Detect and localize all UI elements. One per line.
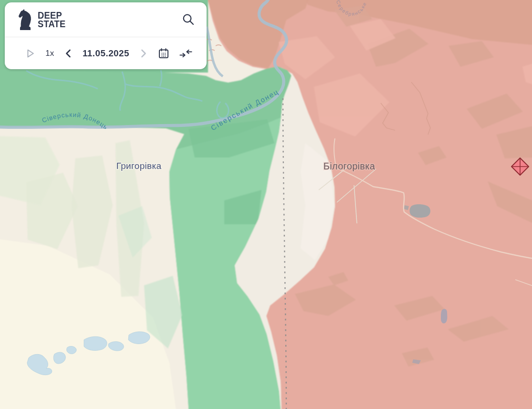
control-panel: DEEP STATE 1x: [5, 2, 207, 69]
chevron-right-icon: [139, 48, 147, 59]
panel-header: DEEP STATE: [5, 2, 207, 37]
search-button[interactable]: [182, 13, 195, 26]
search-icon: [182, 13, 195, 26]
map-canvas[interactable]: Серебрянське Сіверський Донець Сіверськи…: [0, 0, 532, 409]
next-date-button[interactable]: [139, 48, 147, 59]
calendar-button[interactable]: [158, 48, 169, 59]
town-label-hryhorivka: Григорівка: [116, 161, 162, 171]
speed-button[interactable]: 1x: [45, 49, 54, 58]
knight-logo-icon: [17, 9, 33, 31]
date-display[interactable]: 11.05.2025: [83, 48, 129, 59]
prev-date-button[interactable]: [64, 48, 73, 59]
collapse-arrows-icon: [179, 48, 192, 59]
brand-logo[interactable]: DEEP STATE: [17, 9, 68, 31]
brand-name: DEEP STATE: [38, 11, 66, 28]
play-icon: [25, 48, 35, 59]
play-button[interactable]: [25, 48, 35, 59]
collapse-panel-button[interactable]: [179, 48, 192, 59]
town-label-bilohorivka: Білогорівка: [323, 161, 376, 171]
chevron-left-icon: [64, 48, 73, 59]
calendar-icon: [158, 48, 169, 59]
timeline-controls: 1x 11.05.2025: [5, 37, 207, 69]
